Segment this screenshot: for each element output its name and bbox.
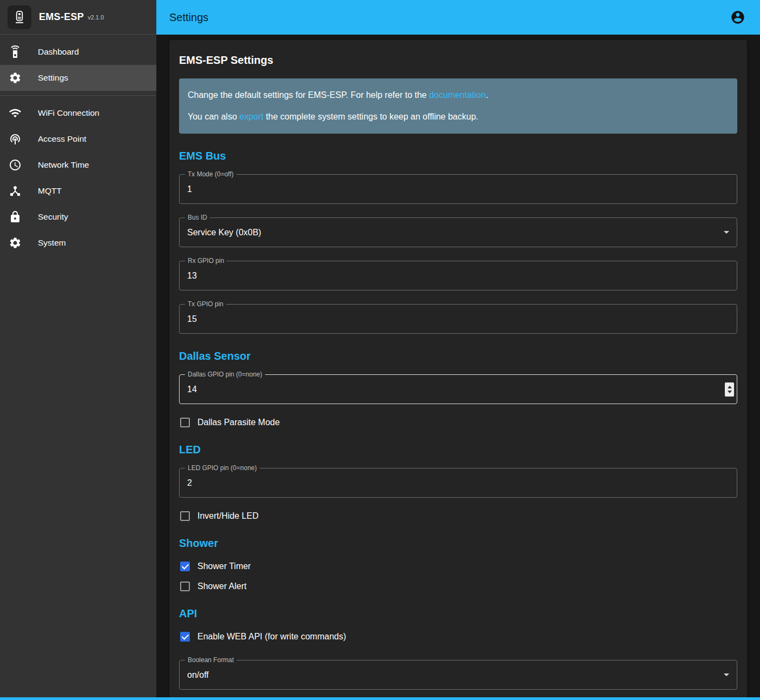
wifi-icon [9,107,22,120]
main-content: EMS-ESP Settings Change the default sett… [156,35,760,700]
boolean-format-selected-value: on/off [180,670,724,680]
dallas-parasite-checkbox[interactable] [180,418,190,427]
app-version: v2.1.0 [88,14,104,21]
shower-timer-checkbox[interactable] [180,562,190,571]
boolean-format-select[interactable]: Boolean Format on/off [179,660,737,690]
dallas-gpio-field: Dallas GPIO pin (0=none) [179,374,737,404]
sidebar-item-access-point[interactable]: Access Point [0,126,156,152]
app-bar: Settings [156,0,760,35]
app-root: EMS-ESP v2.1.0 Dashboard Settings [0,0,760,700]
bus-id-selected-value: Service Key (0x0B) [180,228,724,237]
sidebar-item-label: Settings [38,73,68,83]
info-text: the complete system settings to keep an … [263,112,478,121]
sidebar-item-label: Security [38,212,68,222]
stepper-down-icon[interactable] [728,391,732,393]
ems-esp-logo-icon [12,10,27,25]
sidebar-item-system[interactable]: System [0,230,156,256]
rx-gpio-field: Rx GPIO pin [179,261,737,290]
wifi-tethering-icon [9,133,22,146]
app-name: EMS-ESP [39,11,84,23]
dallas-parasite-row: Dallas Parasite Mode [179,418,737,427]
sidebar-item-label: MQTT [38,186,62,196]
section-heading-shower: Shower [179,537,737,550]
checkbox-label[interactable]: Shower Timer [197,562,251,571]
checkbox-label[interactable]: Dallas Parasite Mode [197,418,280,427]
stepper-up-icon[interactable] [728,386,732,388]
sidebar: EMS-ESP v2.1.0 Dashboard Settings [0,0,156,700]
content-column: Settings EMS-ESP Settings Change the def… [156,0,760,700]
settings-card: EMS-ESP Settings Change the default sett… [169,40,747,700]
tx-mode-input[interactable] [180,175,737,203]
field-label: Tx GPIO pin [185,300,226,308]
sidebar-item-label: Dashboard [38,47,79,57]
invert-led-row: Invert/Hide LED [179,511,737,521]
led-gpio-input[interactable] [180,468,737,497]
bottom-accent-strip [0,697,760,700]
field-label: Dallas GPIO pin (0=none) [185,371,265,378]
section-heading-ems-bus: EMS Bus [179,150,737,162]
sidebar-item-label: System [38,238,66,248]
sidebar-divider [0,95,156,96]
app-logo [8,5,31,29]
account-circle-icon [730,10,745,25]
shower-timer-row: Shower Timer [179,562,737,571]
sidebar-item-network-time[interactable]: Network Time [0,152,156,178]
info-banner: Change the default settings for EMS-ESP.… [179,78,737,134]
sidebar-item-label: Network Time [38,160,89,170]
field-label: Boolean Format [185,656,236,664]
field-label: Rx GPIO pin [185,257,227,265]
field-label: Tx Mode (0=off) [185,170,236,178]
led-gpio-field: LED GPIO pin (0=none) [179,468,737,498]
rx-gpio-input[interactable] [180,261,737,290]
sidebar-header: EMS-ESP v2.1.0 [0,0,156,35]
shower-alert-row: Shower Alert [179,582,737,591]
tx-gpio-input[interactable] [180,305,737,333]
sidebar-item-wifi-connection[interactable]: WiFi Connection [0,100,156,126]
info-line-1: Change the default settings for EMS-ESP.… [188,89,729,102]
device-hub-icon [9,184,22,197]
sidebar-item-settings[interactable]: Settings [0,65,156,91]
sidebar-item-dashboard[interactable]: Dashboard [0,39,156,65]
invert-led-checkbox[interactable] [180,511,190,521]
info-text: You can also [188,112,239,121]
export-link[interactable]: export [239,112,263,121]
account-button[interactable] [730,9,746,25]
sidebar-item-label: Access Point [38,134,87,144]
clock-icon [9,159,22,171]
bus-id-select[interactable]: Bus ID Service Key (0x0B) [179,217,737,247]
section-heading-led: LED [179,444,737,456]
tx-mode-field: Tx Mode (0=off) [179,174,737,204]
section-heading-dallas-sensor: Dallas Sensor [179,350,737,362]
info-line-2: You can also export the complete system … [188,110,729,123]
checkbox-label[interactable]: Enable WEB API (for write commands) [197,632,346,642]
shower-alert-checkbox[interactable] [180,582,190,591]
chevron-down-icon [724,673,729,676]
tx-gpio-field: Tx GPIO pin [179,304,737,334]
sidebar-item-security[interactable]: Security [0,204,156,230]
gear-icon [9,71,22,84]
number-stepper[interactable] [725,382,734,397]
remote-device-icon [9,45,22,58]
field-label: Bus ID [185,214,210,221]
gear-icon [9,236,22,249]
enable-web-api-checkbox[interactable] [180,632,190,642]
chevron-down-icon [724,231,729,234]
dallas-gpio-input[interactable] [180,375,737,404]
sidebar-nav: Dashboard Settings WiFi Connection A [0,35,156,260]
page-title: Settings [169,11,208,24]
field-label: LED GPIO pin (0=none) [185,464,260,472]
sidebar-item-label: WiFi Connection [38,108,100,118]
enable-web-api-row: Enable WEB API (for write commands) [179,632,737,642]
checkbox-label[interactable]: Shower Alert [197,582,247,591]
section-heading-api: API [179,607,737,620]
checkbox-label[interactable]: Invert/Hide LED [197,511,259,521]
lock-icon [9,210,22,223]
info-text: Change the default settings for EMS-ESP.… [188,90,429,100]
sidebar-item-mqtt[interactable]: MQTT [0,178,156,204]
info-text: . [486,90,488,100]
documentation-link[interactable]: documentation [429,90,486,100]
card-title: EMS-ESP Settings [179,54,737,67]
